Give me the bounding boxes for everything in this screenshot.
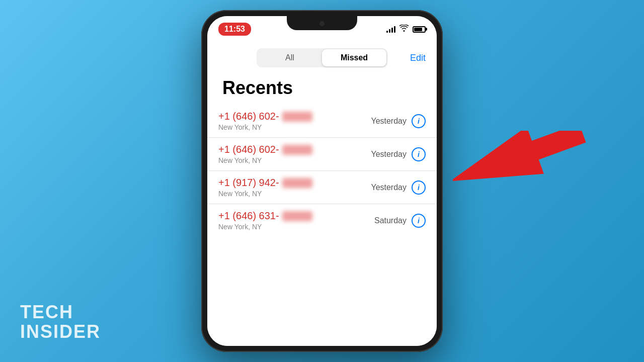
call-info: +1 (646) 631- New York, NY [218, 210, 374, 231]
info-button[interactable]: i [412, 147, 426, 161]
battery-fill [414, 28, 422, 31]
time-display: 11:53 [218, 23, 251, 36]
call-meta: Yesterday i [371, 114, 426, 128]
info-button[interactable]: i [412, 180, 426, 195]
call-time: Yesterday [371, 150, 407, 159]
call-time: Yesterday [371, 117, 407, 126]
call-info: +1 (917) 942- New York, NY [218, 177, 371, 198]
call-location: New York, NY [218, 156, 371, 164]
notch [287, 16, 357, 30]
call-meta: Saturday i [374, 214, 426, 228]
watermark-line1: TECH [20, 302, 101, 322]
call-number: +1 (646) 602- [218, 111, 371, 122]
segment-row: All Missed Edit [207, 42, 437, 73]
segment-missed[interactable]: Missed [322, 49, 386, 66]
status-bar: 11:53 [207, 16, 437, 42]
signal-bar-1 [386, 31, 388, 33]
blurred-digits [282, 178, 312, 188]
call-list: +1 (646) 602- New York, NY Yesterday i +… [207, 105, 437, 237]
call-item[interactable]: +1 (646) 602- New York, NY Yesterday i [207, 105, 437, 138]
call-meta: Yesterday i [371, 180, 426, 195]
signal-bar-2 [389, 29, 390, 33]
phone-frame: 11:53 [201, 10, 443, 352]
phone-content: All Missed Edit Recents +1 (646) 602- Ne… [207, 42, 437, 346]
watermark-line2: INSIDER [20, 322, 101, 342]
watermark: TECH INSIDER [20, 302, 101, 342]
call-info: +1 (646) 602- New York, NY [218, 111, 371, 131]
blurred-digits [282, 145, 312, 155]
call-info: +1 (646) 602- New York, NY [218, 144, 371, 164]
wifi-icon [399, 25, 409, 34]
call-number: +1 (917) 942- [218, 177, 371, 189]
edit-button[interactable]: Edit [410, 53, 426, 63]
segment-all[interactable]: All [258, 49, 322, 66]
segment-control: All Missed [257, 48, 387, 67]
call-time: Yesterday [371, 183, 407, 192]
camera-dot [319, 21, 325, 26]
signal-icon [386, 26, 395, 33]
recents-heading: Recents [207, 73, 437, 105]
call-location: New York, NY [218, 123, 371, 131]
info-button[interactable]: i [412, 114, 426, 128]
call-item[interactable]: +1 (646) 631- New York, NY Saturday i [207, 204, 437, 237]
info-button[interactable]: i [412, 214, 426, 228]
call-time: Saturday [374, 216, 407, 225]
signal-bar-3 [391, 28, 393, 33]
call-item[interactable]: +1 (646) 602- New York, NY Yesterday i [207, 138, 437, 171]
blurred-digits [282, 112, 312, 122]
call-location: New York, NY [218, 223, 374, 231]
call-number: +1 (646) 602- [218, 144, 371, 155]
phone-inner: 11:53 [207, 16, 437, 346]
blurred-digits [282, 211, 312, 221]
call-location: New York, NY [218, 190, 371, 198]
battery-icon [413, 26, 426, 33]
signal-bar-4 [394, 26, 395, 33]
call-number: +1 (646) 631- [218, 210, 374, 222]
call-meta: Yesterday i [371, 147, 426, 161]
status-icons [386, 25, 426, 34]
call-item[interactable]: +1 (917) 942- New York, NY Yesterday i [207, 171, 437, 204]
